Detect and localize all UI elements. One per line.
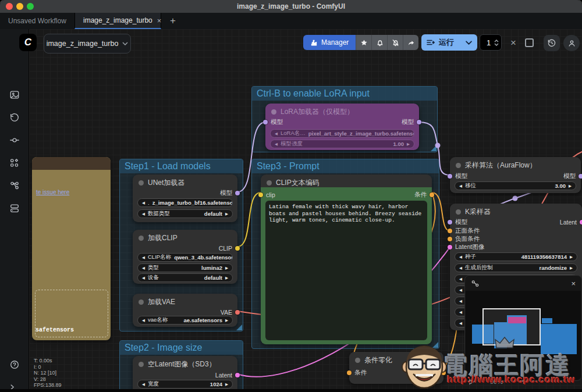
collapse-dot[interactable] — [271, 109, 276, 115]
node-clip-loader[interactable]: 加载CLIP CLIP ◀ CLIP名称 qwen_3_4b.safetenso… — [133, 230, 237, 284]
port-cond-out[interactable] — [441, 370, 446, 375]
control-after-generate-widget[interactable]: ◀ 生成后控制 randomize ▶ — [455, 263, 577, 272]
node-unet-loader[interactable]: UNet加载器 模型 ◀ . z_image_turbo_bf16.safete… — [133, 174, 237, 222]
lora-name-widget[interactable]: ◀ LoRA名… pixel_art_style_z_image_turbo.s… — [270, 129, 414, 138]
bell-slash-button[interactable] — [387, 35, 403, 50]
perf-stats: T: 0.00s I: 0 N: 12 [10] V: 28 FPS:138.8… — [34, 358, 62, 389]
minimap-close-icon[interactable]: × — [571, 279, 576, 288]
user-profile-button[interactable] — [563, 35, 580, 51]
collapse-dot[interactable] — [456, 209, 461, 215]
port-negative-in[interactable] — [448, 237, 452, 241]
note-filename: safetensors — [36, 327, 74, 333]
maximize-traffic-light[interactable] — [27, 3, 34, 10]
node-connection-icon[interactable] — [0, 131, 29, 149]
close-traffic-light[interactable] — [6, 3, 13, 10]
minimap-header: × — [465, 276, 581, 291]
reroute-dot[interactable] — [435, 143, 441, 148]
collapse-dot[interactable] — [355, 358, 360, 363]
share-arrow-icon — [407, 39, 415, 47]
port-latent-out[interactable] — [235, 373, 240, 377]
port-latent-out[interactable] — [580, 220, 582, 224]
clip-type-widget[interactable]: ◀ 类型 lumina2 ▶ — [137, 263, 233, 272]
port-cond-in[interactable] — [347, 370, 352, 375]
bell-button[interactable] — [371, 35, 387, 50]
node-clip-text-encode[interactable]: CLIP文本编码 clip 条件 Latina female with thic… — [261, 174, 432, 344]
port-latent-in[interactable] — [448, 245, 452, 250]
clip-name-widget[interactable]: ◀ CLIP名称 qwen_3_4b.safetensors ▶ — [137, 253, 233, 262]
collapse-dot[interactable] — [139, 236, 144, 241]
new-tab-button[interactable]: + — [161, 13, 184, 29]
tab-unsaved-workflow[interactable]: Unsaved Workflow — [0, 13, 74, 29]
collapse-dot[interactable] — [139, 300, 144, 305]
port-clip-out[interactable] — [235, 246, 240, 251]
node-model-sampling-auraflow[interactable]: 采样算法（AuraFlow） 模型 模型 ◀ 移位 3.00 ▶ — [450, 157, 581, 193]
star-button[interactable] — [356, 35, 371, 50]
run-button[interactable]: 运行 — [421, 34, 477, 51]
shift-widget[interactable]: ◀ 移位 3.00 ▶ — [455, 181, 576, 190]
templates-icon[interactable] — [0, 199, 29, 217]
chevron-up-icon[interactable] — [494, 40, 499, 42]
prompt-textarea[interactable]: Latina female with thick wavy hair, harb… — [265, 201, 427, 340]
chevron-down-icon — [122, 42, 128, 45]
cancel-button[interactable]: × — [508, 37, 519, 49]
cursor-icon[interactable] — [469, 379, 475, 385]
workflow-name-dropdown[interactable]: image_z_image_turbo — [44, 34, 131, 54]
collapse-dot[interactable] — [139, 362, 144, 367]
model-library-icon[interactable] — [0, 154, 29, 172]
clip-device-widget[interactable]: ◀ 设备 default ▶ — [137, 273, 233, 282]
vae-name-widget[interactable]: ◀ vae名称 ae.safetensors ▶ — [137, 316, 233, 325]
note-node-header[interactable] — [32, 157, 111, 170]
unet-name-widget[interactable]: ◀ . z_image_turbo_bf16.safetensors ▶ — [137, 198, 233, 207]
node-conditioning-zero-out[interactable]: 条件零化 条件 条件 — [349, 352, 443, 384]
port-positive-in[interactable] — [448, 229, 452, 233]
port-model-out[interactable] — [417, 120, 421, 124]
lora-strength-widget[interactable]: ◀ 模型强度 1.00 ▶ — [270, 140, 414, 148]
manager-toolbar-group: Manager — [303, 35, 418, 50]
node-empty-latent[interactable]: 空Latent图像（SD3） Latent ◀ 宽度 1024 ▶ — [133, 356, 237, 392]
minimap-canvas[interactable] — [466, 291, 581, 380]
workflows-graph-icon[interactable] — [0, 177, 29, 194]
star-icon — [360, 39, 368, 47]
port-clip-in[interactable] — [258, 193, 263, 197]
node-lora-loader[interactable]: LoRA加载器（仅模型） 模型 模型 ◀ LoRA名… pixel_art_st… — [265, 104, 419, 150]
canvas-zoom-controls: 90% — [469, 376, 579, 387]
zoom-level[interactable]: 90% — [490, 378, 503, 385]
comfyui-logo[interactable]: C — [19, 34, 37, 51]
collapse-dot[interactable] — [267, 180, 272, 186]
port-cond-out[interactable] — [430, 193, 434, 197]
note-node[interactable]: te issue here safetensors — [32, 157, 111, 340]
bell-icon — [376, 39, 384, 47]
seed-widget[interactable]: ◀ 种子 481119356637814 ▶ — [455, 252, 577, 261]
chevron-down-icon[interactable] — [494, 43, 499, 46]
minimap-viewport[interactable] — [482, 308, 541, 345]
manager-button[interactable]: Manager — [303, 35, 356, 50]
gallery-icon[interactable] — [0, 86, 29, 104]
chevron-down-icon[interactable] — [466, 41, 472, 45]
port-model-out[interactable] — [235, 191, 240, 195]
unet-dtype-widget[interactable]: ◀ 数据类型 default ▶ — [137, 209, 233, 218]
encode-node-body: clip 条件 Latina female with thick wavy ha… — [261, 187, 432, 344]
collapse-dot[interactable] — [139, 180, 144, 186]
share-button[interactable] — [403, 35, 418, 50]
queue-history-button[interactable] — [544, 35, 560, 51]
tab-active-workflow[interactable]: image_z_image_turbo × — [74, 13, 161, 29]
port-model-in[interactable] — [263, 120, 268, 124]
stop-button[interactable] — [525, 38, 534, 47]
port-model-in[interactable] — [448, 220, 452, 224]
chevron-down-icon[interactable] — [518, 380, 524, 383]
issue-link[interactable]: te issue here — [36, 189, 69, 195]
puzzle-icon — [310, 39, 318, 47]
batch-count-input[interactable]: 1 — [480, 34, 502, 51]
node-vae-loader[interactable]: 加载VAE VAE ◀ vae名称 ae.safetensors ▶ — [133, 294, 237, 327]
minimize-traffic-light[interactable] — [16, 3, 23, 10]
latent-width-widget[interactable]: ◀ 宽度 1024 ▶ — [137, 380, 233, 389]
help-icon[interactable] — [0, 356, 29, 373]
count-stepper[interactable] — [494, 40, 501, 46]
port-vae-out[interactable] — [235, 310, 240, 315]
history-icon[interactable] — [0, 109, 29, 126]
minimap-panel[interactable]: × — [464, 275, 582, 381]
port-model-out[interactable] — [579, 174, 582, 179]
reroute-dot[interactable] — [513, 196, 518, 201]
collapse-dot[interactable] — [456, 163, 461, 168]
port-model-in[interactable] — [448, 174, 452, 179]
